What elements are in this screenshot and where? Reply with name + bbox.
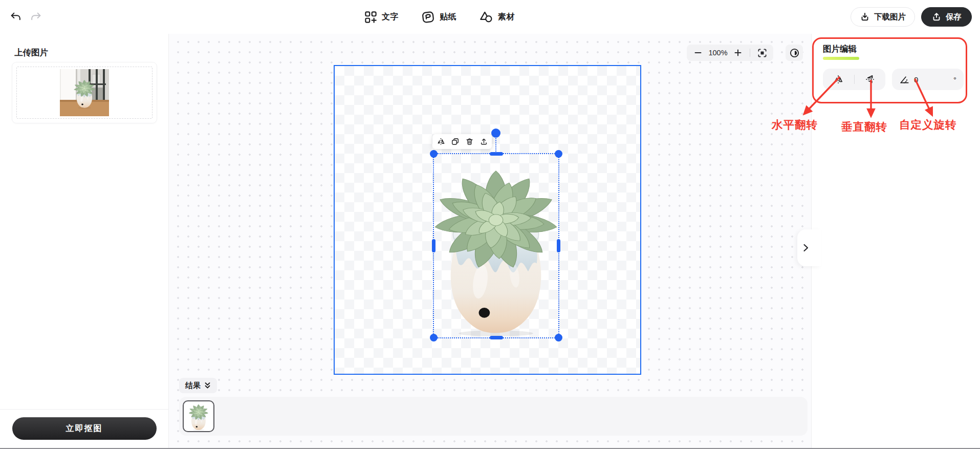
panel-collapse-tab[interactable] — [797, 229, 821, 266]
bring-to-front-icon — [480, 137, 488, 146]
resize-handle-right[interactable] — [557, 239, 560, 252]
undo-button[interactable] — [6, 8, 25, 26]
rotation-connector — [495, 138, 496, 154]
flip-horizontal-icon — [833, 74, 843, 84]
cutout-now-button[interactable]: 立即抠图 — [12, 417, 157, 440]
topbar-right: 下载图片 保存 — [851, 7, 972, 27]
selection-box[interactable] — [433, 153, 559, 338]
contrast-toggle-button[interactable] — [786, 45, 803, 61]
results-label: 结果 — [185, 381, 201, 391]
angle-icon — [899, 74, 910, 85]
results-strip — [179, 397, 808, 436]
trash-icon — [465, 137, 474, 146]
tool-sticker[interactable]: 贴纸 — [421, 10, 456, 24]
right-panel: 图片编辑 — [811, 34, 980, 449]
undo-icon — [10, 11, 21, 23]
title-highlight-bar — [823, 57, 859, 60]
rotation-input-group[interactable]: 0 ° — [892, 69, 964, 90]
download-image-button[interactable]: 下载图片 — [851, 7, 915, 27]
uploaded-image-thumbnail[interactable] — [60, 69, 109, 116]
tool-material[interactable]: 素材 — [479, 10, 515, 24]
zoombar-divider — [750, 49, 750, 57]
chevron-right-icon — [802, 243, 810, 252]
canvas-area[interactable]: 100% — [169, 34, 811, 449]
tool-sticker-label: 贴纸 — [440, 12, 456, 23]
flip-vertical-button[interactable] — [861, 71, 879, 88]
sidebar-footer: 立即抠图 — [0, 409, 168, 449]
tool-group: 文字 贴纸 — [364, 0, 515, 34]
uploaded-image-card[interactable] — [12, 62, 157, 123]
results-toggle[interactable]: 结果 — [179, 378, 217, 393]
flip-horizontal-button[interactable] — [433, 135, 448, 148]
save-button[interactable]: 保存 — [921, 7, 972, 27]
image-editor-app: 文字 贴纸 — [0, 0, 980, 449]
sticker-icon — [421, 10, 435, 24]
redo-button[interactable] — [27, 8, 45, 26]
redo-icon — [30, 11, 42, 23]
zoom-level-value: 100% — [706, 49, 730, 57]
fit-screen-button[interactable] — [755, 46, 769, 60]
left-sidebar: 上传图片 立即抠图 — [0, 34, 169, 449]
text-tool-icon — [364, 11, 377, 24]
flip-horizontal-button[interactable] — [830, 71, 847, 88]
fit-screen-icon — [757, 48, 767, 58]
duplicate-button[interactable] — [448, 135, 462, 148]
zoom-in-icon — [734, 49, 742, 57]
material-icon — [479, 10, 493, 24]
rotation-value[interactable]: 0 — [914, 75, 949, 84]
delete-button[interactable] — [462, 135, 476, 148]
resize-handle-bottom[interactable] — [490, 336, 503, 339]
double-chevron-down-icon — [204, 382, 211, 389]
zoom-controls: 100% — [687, 45, 773, 61]
resize-handle-top-left[interactable] — [430, 150, 438, 158]
result-thumbnail[interactable] — [183, 400, 214, 432]
resize-handle-top-right[interactable] — [555, 150, 562, 158]
selection-toolbar — [432, 134, 492, 149]
upload-dropzone — [16, 67, 153, 119]
upload-section-title: 上传图片 — [0, 34, 168, 58]
resize-handle-bottom-right[interactable] — [555, 334, 562, 341]
topbar: 文字 贴纸 — [0, 0, 980, 34]
zoom-out-button[interactable] — [691, 46, 705, 60]
flip-vertical-icon — [865, 74, 875, 84]
zoom-in-button[interactable] — [731, 46, 745, 60]
flip-horizontal-icon — [437, 137, 445, 146]
zoom-out-icon — [694, 49, 702, 57]
resize-handle-left[interactable] — [432, 239, 435, 252]
bring-to-front-button[interactable] — [476, 135, 491, 148]
download-icon — [860, 12, 870, 22]
flip-button-group — [823, 69, 885, 90]
resize-handle-bottom-left[interactable] — [430, 334, 438, 341]
group-divider — [854, 75, 855, 84]
upload-icon — [931, 12, 942, 22]
panel-title: 图片编辑 — [823, 44, 857, 55]
degree-symbol: ° — [953, 75, 956, 84]
tool-text[interactable]: 文字 — [364, 11, 399, 24]
save-label: 保存 — [946, 12, 962, 23]
rotation-handle[interactable] — [491, 129, 500, 138]
download-image-label: 下载图片 — [874, 12, 906, 23]
duplicate-icon — [451, 137, 460, 146]
tool-text-label: 文字 — [382, 12, 399, 23]
tool-material-label: 素材 — [498, 12, 515, 23]
contrast-icon — [789, 48, 800, 58]
